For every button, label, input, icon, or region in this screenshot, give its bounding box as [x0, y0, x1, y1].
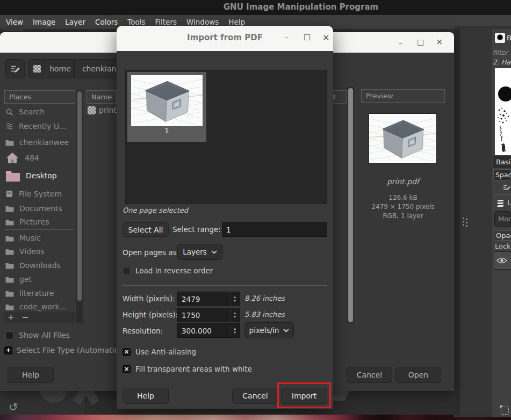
brush-filter-input[interactable]: filter — [493, 49, 508, 56]
fill-white-row[interactable]: × Fill transparent areas with white — [123, 365, 252, 373]
breadcrumb-home[interactable]: home — [47, 59, 74, 78]
file-row-print-pdf[interactable]: print. — [88, 106, 119, 114]
drive-icon — [33, 65, 41, 73]
preview-filesize: 126.6 kB — [356, 193, 450, 202]
place-filesystem[interactable]: File System — [5, 187, 74, 201]
open-dialog-cancel-button[interactable]: Cancel — [347, 367, 392, 383]
select-all-button[interactable]: Select All — [123, 222, 169, 237]
place-music[interactable]: Music — [5, 231, 74, 245]
load-reverse-checkbox[interactable] — [123, 267, 131, 275]
maximize-icon[interactable]: □ — [304, 32, 311, 41]
menu-layer[interactable]: Layer — [60, 15, 90, 29]
close-icon[interactable]: × — [322, 32, 329, 42]
import-from-pdf-dialog: Import from PDF – □ × 1 One page selecte… — [117, 26, 333, 409]
import-dialog-help-button[interactable]: Help — [123, 388, 169, 404]
layer-visibility-row[interactable] — [494, 251, 511, 270]
select-file-type-row[interactable]: + Select File Type (Automatica — [4, 346, 123, 354]
folder-icon — [5, 262, 14, 269]
home-icon — [5, 151, 19, 164]
maximize-icon[interactable]: □ — [417, 38, 424, 46]
search-icon — [5, 108, 13, 116]
minimize-icon[interactable]: – — [399, 39, 402, 46]
layers-dock-header[interactable]: La — [497, 199, 511, 207]
pdf-page-tile[interactable]: 1 — [127, 72, 206, 142]
preview-dimensions: 2479 × 1750 pixels — [356, 202, 450, 212]
antialias-checkbox[interactable]: × — [123, 348, 131, 356]
select-file-type-label: Select File Type (Automatica — [17, 346, 123, 354]
filelist-scrollbar-thumb[interactable] — [348, 88, 353, 322]
resolution-input[interactable]: 300.000 ▴▾ — [177, 323, 240, 338]
fill-white-checkbox[interactable]: × — [123, 365, 131, 373]
screen: GNU Image Manipulation Program View Imag… — [0, 0, 511, 420]
open-dialog-help-button[interactable]: Help — [8, 367, 54, 383]
close-icon[interactable]: × — [436, 38, 443, 46]
brush-basic-label[interactable]: Basi — [493, 156, 511, 168]
layers-label: La — [507, 199, 511, 207]
select-range-input[interactable] — [222, 222, 327, 237]
brush-dot-icon — [497, 34, 503, 40]
width-input[interactable]: 2479 ▴▾ — [177, 292, 240, 306]
add-bookmark-button[interactable]: + — [8, 313, 15, 322]
place-desktop[interactable]: Desktop — [5, 166, 74, 185]
place-videos[interactable]: Videos — [5, 244, 74, 258]
place-downloads[interactable]: Downloads — [5, 258, 74, 272]
breadcrumb-root[interactable] — [28, 59, 46, 78]
load-reverse-row[interactable]: Load in reverse order — [123, 266, 213, 275]
edit-brush-icon[interactable] — [503, 183, 510, 193]
layers-icon — [497, 199, 505, 207]
folder-icon — [5, 205, 14, 212]
recent-icon — [5, 122, 13, 130]
folder-icon — [5, 235, 14, 242]
places-toolbar: + − — [4, 312, 75, 323]
places-header[interactable]: Places — [4, 90, 75, 104]
brush-spacing-field[interactable]: Spac — [493, 169, 511, 180]
resolution-spinner[interactable]: ▴▾ — [230, 324, 239, 337]
place-literature[interactable]: literature — [5, 286, 74, 300]
remove-bookmark-button[interactable]: − — [22, 313, 29, 322]
resolution-unit-dropdown[interactable]: pixels/in — [244, 322, 294, 338]
places-scrollbar-thumb[interactable] — [77, 91, 82, 301]
place-search[interactable]: Search — [5, 105, 74, 119]
eye-icon[interactable] — [496, 257, 507, 264]
opacity-slider[interactable]: Opac — [495, 230, 511, 241]
place-recent[interactable]: Recently U… — [5, 119, 74, 133]
lock-label: Lock: — [495, 242, 511, 250]
place-documents[interactable]: Documents — [5, 201, 74, 215]
height-input[interactable]: 1750 ▴▾ — [177, 308, 240, 322]
places-scrollbar[interactable] — [76, 90, 83, 323]
folder-icon — [5, 248, 14, 255]
open-pages-as-dropdown[interactable]: Layers — [177, 244, 222, 260]
width-physical: 8.26 inches — [244, 294, 285, 302]
paste-selection-icon[interactable] — [501, 407, 509, 415]
pane-grip[interactable] — [463, 218, 467, 227]
preview-image — [369, 114, 436, 163]
width-spinner[interactable]: ▴▾ — [230, 292, 239, 306]
pdf-page-number: 1 — [127, 127, 206, 135]
place-pictures[interactable]: Pictures — [5, 215, 74, 229]
open-dialog-open-button[interactable]: Open — [395, 367, 441, 383]
place-get[interactable]: get — [5, 272, 74, 286]
reset-icon[interactable]: ↺ — [9, 401, 18, 414]
layer-mode-dropdown[interactable]: Mod — [494, 211, 511, 227]
import-dialog-cancel-button[interactable]: Cancel — [232, 388, 278, 404]
select-range-label: Select range: — [172, 225, 221, 234]
show-all-files-checkbox[interactable] — [5, 331, 13, 339]
width-label: Width (pixels): — [123, 294, 175, 303]
column-header-name[interactable]: Name — [87, 90, 117, 104]
expander-plus-icon[interactable]: + — [4, 346, 12, 354]
show-all-files-label: Show All Files — [19, 331, 70, 339]
menu-image[interactable]: Image — [28, 15, 60, 29]
pages-selected-status: One page selected — [123, 206, 188, 214]
antialias-row[interactable]: × Use Anti-aliasing — [123, 347, 196, 356]
height-spinner[interactable]: ▴▾ — [230, 308, 239, 322]
filelist-scrollbar[interactable] — [347, 87, 354, 323]
folder-icon — [5, 219, 14, 226]
brush-grid[interactable] — [495, 68, 511, 155]
show-all-files-row[interactable]: Show All Files — [5, 331, 70, 339]
pdf-page-list[interactable]: 1 — [125, 70, 327, 204]
type-location-button[interactable] — [5, 59, 25, 78]
height-label: Height (pixels): — [123, 310, 178, 319]
minimize-icon[interactable]: – — [285, 33, 289, 41]
place-user-home[interactable]: chenkianwee — [5, 135, 74, 149]
place-484[interactable]: 484 — [5, 150, 74, 166]
